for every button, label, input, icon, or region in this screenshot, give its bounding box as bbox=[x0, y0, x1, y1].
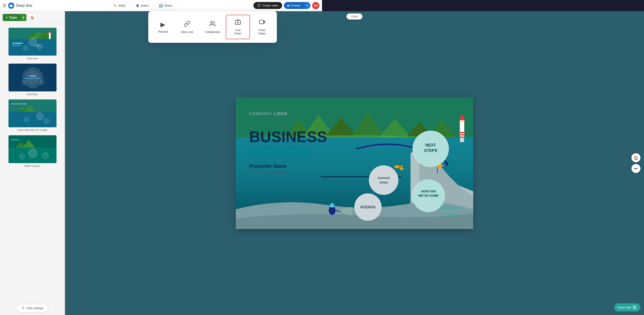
video-camera-icon: 🎬 bbox=[257, 4, 260, 7]
svg-text:BUSINESS: BUSINESS bbox=[12, 42, 23, 44]
share-icon: ⬆️ bbox=[159, 4, 163, 8]
share-dropdown: ▶ Present View Link Collaborate Live Pre… bbox=[148, 11, 277, 43]
slide-item-newgoals[interactable]: NEW GOALS NEW GOALS bbox=[0, 133, 65, 158]
svg-point-41 bbox=[28, 149, 37, 158]
app-title: Deep dive bbox=[16, 4, 32, 8]
share-prezivideo-label: Prezi Video bbox=[256, 28, 268, 35]
style-button[interactable]: ✏️ Style bbox=[108, 2, 130, 10]
topic-button-main[interactable]: + Topic bbox=[3, 14, 20, 21]
sidebar: + Topic ▾ 🏠 1 bbox=[0, 11, 65, 158]
share-button[interactable]: ⬆️ Share bbox=[154, 2, 177, 10]
hamburger-icon[interactable]: ☰ bbox=[3, 3, 6, 8]
present-dropdown-icon: ▶ bbox=[160, 21, 165, 28]
svg-rect-9 bbox=[49, 32, 51, 39]
present-split-button[interactable]: ▶ Present ▾ bbox=[284, 2, 310, 9]
svg-point-24 bbox=[40, 80, 44, 85]
svg-text:REVIEW: REVIEW bbox=[249, 144, 310, 158]
share-prezivideo-item[interactable]: Prezi Video bbox=[250, 15, 274, 39]
present-button-dropdown[interactable]: ▾ bbox=[304, 2, 310, 9]
avatar[interactable]: SO bbox=[312, 2, 319, 9]
svg-text:is easy...: is easy... bbox=[36, 46, 40, 47]
cloud-logo bbox=[8, 2, 14, 9]
share-viewlink-label: View Link bbox=[181, 30, 193, 34]
slide-thumb-howfar: 4-11 HOW FAR WE'VE COME Key topic bbox=[8, 99, 57, 128]
slide-item-howfar[interactable]: 4-11 HOW FAR WE'VE COME Key topic HOW FA… bbox=[0, 98, 65, 133]
collaborate-icon bbox=[209, 20, 216, 28]
home-button[interactable]: 🏠 bbox=[28, 14, 36, 22]
topbar-left: ☰ Deep dive bbox=[3, 2, 32, 9]
svg-text:HOW FAR WE'VE COME: HOW FAR WE'VE COME bbox=[11, 103, 27, 105]
share-viewlink-item[interactable]: View Link bbox=[175, 15, 199, 39]
prezivideo-icon bbox=[259, 19, 265, 27]
svg-text:Key topic: Key topic bbox=[20, 108, 24, 109]
slide-thumb-agenda: 2-3 AGENDA bbox=[8, 64, 57, 92]
share-present-item[interactable]: ▶ Present bbox=[151, 15, 175, 39]
slide-item-agenda[interactable]: 2-3 AGENDA AGENDA bbox=[0, 62, 65, 98]
slide-item-overview[interactable]: 1 bbox=[0, 26, 65, 62]
svg-text:Editing text: Editing text bbox=[35, 44, 40, 46]
svg-rect-29 bbox=[8, 112, 57, 128]
svg-point-23 bbox=[22, 80, 26, 85]
create-video-button[interactable]: 🎬 Create video bbox=[254, 2, 282, 9]
slide-thumb-newgoals: NEW GOALS bbox=[8, 135, 57, 158]
svg-point-33 bbox=[44, 118, 49, 124]
svg-point-43 bbox=[42, 152, 48, 158]
share-liveprezi-label: Live Prezi bbox=[232, 28, 244, 35]
svg-point-20 bbox=[26, 71, 40, 84]
share-liveprezi-item[interactable]: Live Prezi bbox=[226, 15, 250, 39]
svg-text:NEW GOALS: NEW GOALS bbox=[11, 139, 20, 140]
topbar-right: 🎬 Create video ▶ Present ▾ SO bbox=[254, 2, 319, 9]
viewlink-icon bbox=[184, 20, 190, 28]
liveprezi-icon bbox=[234, 19, 241, 27]
svg-point-31 bbox=[36, 113, 44, 120]
svg-text:REVIEW: REVIEW bbox=[12, 44, 20, 46]
topbar: ☰ Deep dive ✏️ Style ➕ Insert ⬆️ Share 🎬… bbox=[0, 0, 322, 11]
svg-text:AGENDA: AGENDA bbox=[29, 75, 36, 77]
share-present-label: Present bbox=[158, 30, 168, 34]
slide-label-overview: Overview bbox=[27, 57, 38, 60]
plus-icon: + bbox=[6, 16, 8, 19]
svg-point-0 bbox=[211, 21, 213, 23]
present-button-main[interactable]: ▶ Present bbox=[284, 2, 304, 9]
svg-text:COMPANY LOGO: COMPANY LOGO bbox=[249, 112, 288, 116]
play-icon: ▶ bbox=[288, 4, 291, 7]
slide-thumb-overview: 1 bbox=[8, 28, 57, 56]
svg-rect-22 bbox=[24, 78, 41, 79]
insert-button[interactable]: ➕ Insert bbox=[131, 2, 153, 10]
svg-point-32 bbox=[24, 118, 29, 122]
home-icon: 🏠 bbox=[30, 16, 34, 20]
slide-label-agenda: AGENDA bbox=[27, 93, 38, 96]
share-collaborate-item[interactable]: Collaborate bbox=[199, 15, 226, 39]
style-icon: ✏️ bbox=[113, 4, 117, 8]
svg-point-13 bbox=[23, 46, 28, 50]
slide-label-howfar: HOW FAR WE'VE COME bbox=[18, 129, 48, 132]
topic-button-arrow[interactable]: ▾ bbox=[20, 14, 26, 21]
svg-text:BUSINESS: BUSINESS bbox=[249, 128, 322, 145]
topic-button[interactable]: + Topic ▾ bbox=[3, 14, 26, 21]
presentation-frame[interactable]: COMPANY LOGO BUSINESS REVIEW Presenter N… bbox=[236, 97, 322, 158]
insert-icon: ➕ bbox=[136, 4, 140, 8]
slide-list: 1 bbox=[0, 24, 65, 158]
share-collaborate-label: Collaborate bbox=[205, 30, 220, 34]
topbar-center: ✏️ Style ➕ Insert ⬆️ Share bbox=[34, 2, 252, 10]
sidebar-toolbar: + Topic ▾ 🏠 bbox=[0, 11, 65, 24]
